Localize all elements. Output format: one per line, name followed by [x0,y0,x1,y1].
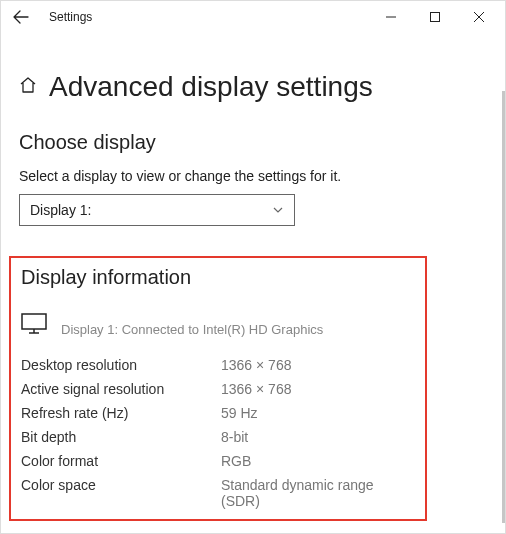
titlebar-label: Settings [49,10,92,24]
scrollbar[interactable] [502,91,505,523]
info-value: RGB [221,453,415,469]
minimize-button[interactable] [369,1,413,33]
maximize-button[interactable] [413,1,457,33]
info-value: Standard dynamic range (SDR) [221,477,415,509]
info-label: Desktop resolution [21,357,221,373]
minimize-icon [386,12,396,22]
svg-rect-4 [22,314,46,329]
choose-display-instruction: Select a display to view or change the s… [19,168,487,184]
display-info-section: Display information Display 1: Connected… [9,256,427,521]
info-label: Active signal resolution [21,381,221,397]
monitor-icon [21,313,47,339]
info-label: Bit depth [21,429,221,445]
content-area: Advanced display settings Choose display… [1,33,505,521]
display-info-heading: Display information [21,266,415,289]
connected-text: Display 1: Connected to Intel(R) HD Grap… [61,322,323,337]
info-label: Refresh rate (Hz) [21,405,221,421]
display-select-value: Display 1: [30,202,91,218]
home-icon[interactable] [19,76,37,98]
monitor-row: Display 1: Connected to Intel(R) HD Grap… [21,313,415,339]
info-value: 1366 × 768 [221,357,415,373]
close-icon [474,12,484,22]
choose-display-heading: Choose display [19,131,487,154]
chevron-down-icon [272,204,284,216]
info-value: 59 Hz [221,405,415,421]
maximize-icon [430,12,440,22]
display-select[interactable]: Display 1: [19,194,295,226]
arrow-left-icon [13,9,29,25]
titlebar: Settings [1,1,505,33]
window-controls [369,1,501,33]
info-value: 1366 × 768 [221,381,415,397]
back-button[interactable] [5,1,37,33]
info-label: Color format [21,453,221,469]
info-value: 8-bit [221,429,415,445]
svg-rect-1 [431,13,440,22]
info-label: Color space [21,477,221,509]
page-title: Advanced display settings [49,71,373,103]
page-header: Advanced display settings [19,71,487,103]
info-grid: Desktop resolution 1366 × 768 Active sig… [21,357,415,509]
close-button[interactable] [457,1,501,33]
